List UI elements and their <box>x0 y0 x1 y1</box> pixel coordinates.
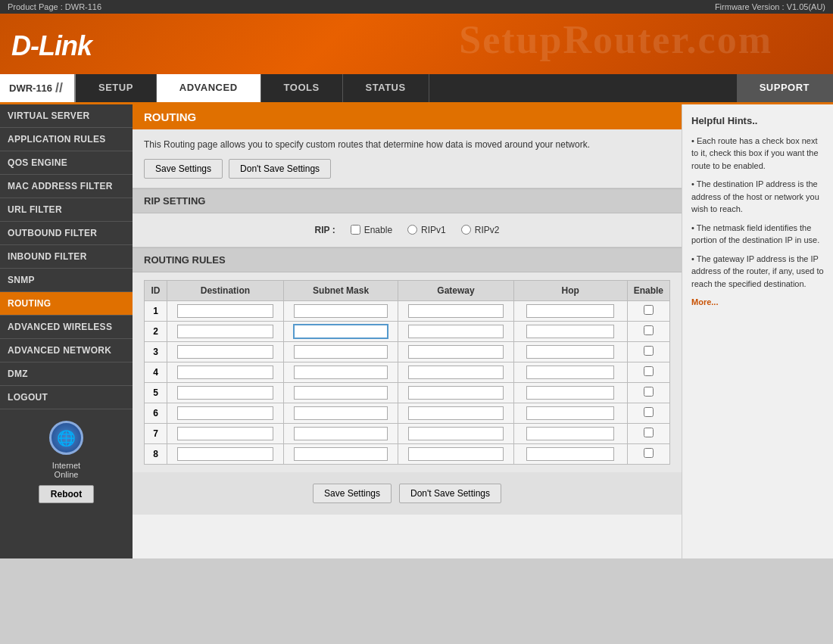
gateway-input-8[interactable] <box>408 447 503 461</box>
row-gateway-6[interactable] <box>398 403 513 423</box>
hop-input-5[interactable] <box>526 386 614 400</box>
row-enable-5[interactable] <box>627 382 669 403</box>
gateway-input-6[interactable] <box>408 406 503 420</box>
sidebar-item-virtual-server[interactable]: VIRTUAL SERVER <box>0 104 133 128</box>
sidebar-item-mac-address-filter[interactable]: MAC ADDRESS FILTER <box>0 175 133 198</box>
row-enable-8[interactable] <box>627 443 669 464</box>
row-enable-2[interactable] <box>627 321 669 341</box>
destination-input-1[interactable] <box>177 304 273 318</box>
row-destination-4[interactable] <box>167 362 284 382</box>
enable-checkbox-8[interactable] <box>644 448 654 458</box>
row-destination-7[interactable] <box>167 423 284 443</box>
row-subnet-3[interactable] <box>283 341 398 362</box>
row-destination-8[interactable] <box>167 443 284 464</box>
destination-input-6[interactable] <box>177 406 273 420</box>
dont-save-settings-button-top[interactable]: Don't Save Settings <box>229 159 331 179</box>
rip-v1-option[interactable]: RIPv1 <box>407 225 446 235</box>
destination-input-7[interactable] <box>177 427 273 440</box>
enable-checkbox-2[interactable] <box>644 325 654 335</box>
destination-input-2[interactable] <box>177 325 273 338</box>
row-gateway-4[interactable] <box>398 362 513 382</box>
sidebar-item-application-rules[interactable]: APPLICATION RULES <box>0 128 133 151</box>
hop-input-6[interactable] <box>526 406 614 420</box>
tab-setup[interactable]: SETUP <box>76 74 157 102</box>
row-destination-6[interactable] <box>167 403 284 423</box>
reboot-button[interactable]: Reboot <box>39 485 94 503</box>
enable-checkbox-7[interactable] <box>644 428 654 437</box>
row-subnet-6[interactable] <box>283 403 398 423</box>
rip-v1-radio[interactable] <box>407 225 417 235</box>
row-enable-4[interactable] <box>627 362 669 382</box>
sidebar-item-url-filter[interactable]: URL FILTER <box>0 198 133 222</box>
hop-input-7[interactable] <box>526 427 614 440</box>
row-hop-3[interactable] <box>513 341 627 362</box>
row-gateway-7[interactable] <box>398 423 513 443</box>
row-destination-3[interactable] <box>167 341 284 362</box>
sidebar-item-advanced-network[interactable]: ADVANCED NETWORK <box>0 339 133 362</box>
row-gateway-1[interactable] <box>398 300 513 321</box>
row-subnet-5[interactable] <box>283 382 398 403</box>
subnet-input-5[interactable] <box>294 386 388 400</box>
row-hop-6[interactable] <box>513 403 627 423</box>
sidebar-item-dmz[interactable]: DMZ <box>0 362 133 386</box>
row-gateway-2[interactable] <box>398 321 513 341</box>
destination-input-4[interactable] <box>177 366 273 379</box>
sidebar-item-advanced-wireless[interactable]: ADVANCED WIRELESS <box>0 316 133 339</box>
destination-input-8[interactable] <box>177 447 273 461</box>
row-subnet-4[interactable] <box>283 362 398 382</box>
row-gateway-3[interactable] <box>398 341 513 362</box>
hop-input-4[interactable] <box>526 366 614 379</box>
gateway-input-4[interactable] <box>408 366 503 379</box>
row-hop-1[interactable] <box>513 300 627 321</box>
tab-advanced[interactable]: ADVANCED <box>157 74 261 102</box>
row-gateway-5[interactable] <box>398 382 513 403</box>
gateway-input-3[interactable] <box>408 345 503 359</box>
row-enable-7[interactable] <box>627 423 669 443</box>
row-destination-1[interactable] <box>167 300 284 321</box>
hop-input-8[interactable] <box>526 447 614 461</box>
save-settings-button-top[interactable]: Save Settings <box>144 159 223 179</box>
gateway-input-1[interactable] <box>408 304 503 318</box>
subnet-input-2[interactable] <box>294 325 388 338</box>
sidebar-item-inbound-filter[interactable]: INBOUND FILTER <box>0 245 133 269</box>
subnet-input-1[interactable] <box>294 304 388 318</box>
row-subnet-2[interactable] <box>283 321 398 341</box>
gateway-input-2[interactable] <box>408 325 503 338</box>
tab-support[interactable]: SUPPORT <box>737 74 833 102</box>
row-hop-8[interactable] <box>513 443 627 464</box>
enable-checkbox-5[interactable] <box>644 387 654 397</box>
row-enable-1[interactable] <box>627 300 669 321</box>
subnet-input-8[interactable] <box>294 447 388 461</box>
more-link[interactable]: More... <box>691 297 718 306</box>
rip-enable-checkbox[interactable] <box>351 225 360 235</box>
enable-checkbox-6[interactable] <box>644 407 654 417</box>
row-subnet-8[interactable] <box>283 443 398 464</box>
hop-input-3[interactable] <box>526 345 614 359</box>
subnet-input-7[interactable] <box>294 427 388 440</box>
sidebar-item-qos-engine[interactable]: QOS ENGINE <box>0 151 133 175</box>
enable-checkbox-1[interactable] <box>644 305 654 315</box>
sidebar-item-logout[interactable]: LOGOUT <box>0 386 133 409</box>
sidebar-item-snmp[interactable]: SNMP <box>0 269 133 292</box>
dont-save-settings-button-bottom[interactable]: Don't Save Settings <box>399 484 501 503</box>
hop-input-2[interactable] <box>526 325 614 338</box>
gateway-input-5[interactable] <box>408 386 503 400</box>
tab-tools[interactable]: TOOLS <box>261 74 343 102</box>
row-hop-4[interactable] <box>513 362 627 382</box>
rip-v2-radio[interactable] <box>461 225 471 235</box>
row-enable-6[interactable] <box>627 403 669 423</box>
row-subnet-1[interactable] <box>283 300 398 321</box>
enable-checkbox-3[interactable] <box>644 346 654 356</box>
subnet-input-3[interactable] <box>294 345 388 359</box>
save-settings-button-bottom[interactable]: Save Settings <box>313 484 392 503</box>
sidebar-item-outbound-filter[interactable]: OUTBOUND FILTER <box>0 222 133 245</box>
row-hop-2[interactable] <box>513 321 627 341</box>
row-gateway-8[interactable] <box>398 443 513 464</box>
destination-input-3[interactable] <box>177 345 273 359</box>
row-hop-5[interactable] <box>513 382 627 403</box>
hop-input-1[interactable] <box>526 304 614 318</box>
row-hop-7[interactable] <box>513 423 627 443</box>
rip-v2-option[interactable]: RIPv2 <box>461 225 500 235</box>
row-enable-3[interactable] <box>627 341 669 362</box>
subnet-input-6[interactable] <box>294 406 388 420</box>
